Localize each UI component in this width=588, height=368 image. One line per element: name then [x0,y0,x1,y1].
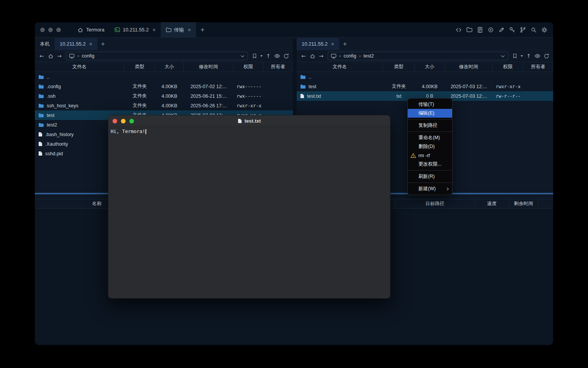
column-divider [475,199,475,208]
folder-icon [38,113,44,118]
menu-item-copy-path[interactable]: 复制路径 [408,121,452,130]
desktop: { "app": { "titlebar": { "tabs": [ {"lab… [0,0,588,368]
menu-item-rm-rf[interactable]: rm -rf [408,151,452,160]
column-header-permissions[interactable]: 权限 [493,62,523,72]
refresh-button[interactable] [542,52,550,60]
right-toolbar: ← → > config > test2 ↑ [297,50,553,62]
chevron-down-icon[interactable] [240,54,245,59]
menu-item-transfer[interactable]: 传输(T) [408,100,452,109]
refresh-button[interactable] [282,52,290,60]
path-bar[interactable]: > config > test2 [328,52,508,60]
close-icon[interactable]: × [188,27,191,33]
column-header-permissions[interactable]: 权限 [234,62,263,72]
column-divider [509,199,510,208]
menu-item-new[interactable]: 新建(W) [408,184,452,193]
column-header-owner[interactable]: 所有者 [523,62,553,72]
column-header-modified[interactable]: 修改时间 [184,62,234,72]
close-icon[interactable]: × [152,27,155,33]
editor-text: Hi, Termora! [111,128,145,134]
file-row[interactable]: test 文件夹 4.00KB 2025-07-03 12:... rwxr-x… [297,82,553,91]
tab-local[interactable]: 本机 [35,38,55,50]
back-button[interactable]: ← [299,52,308,60]
file-row[interactable]: .. [35,72,293,82]
pencil-button[interactable] [497,25,506,34]
forward-button[interactable]: → [55,52,64,60]
upload-button[interactable]: ↑ [524,52,533,60]
back-icon: ← [39,53,44,59]
show-hidden-button[interactable] [533,52,542,60]
window-zoom-button[interactable] [56,28,61,32]
minimize-button[interactable] [121,119,126,123]
refresh-icon [544,53,549,59]
key-button[interactable] [508,25,516,34]
right-new-tab-button[interactable]: + [339,38,351,50]
back-button[interactable]: ← [38,52,46,60]
record-button[interactable] [486,25,495,34]
editor-content[interactable]: Hi, Termora! [108,127,390,136]
column-header-type[interactable]: 类型 [124,62,155,72]
tab-remote-host[interactable]: 10.211.55.2 × [55,38,97,50]
column-header-owner[interactable]: 所有者 [263,62,293,72]
menu-item-edit[interactable]: 编辑(E) [408,109,452,118]
close-icon[interactable]: × [89,41,92,47]
chevron-down-icon[interactable] [500,54,505,59]
zoom-button[interactable] [129,119,134,123]
upload-button[interactable]: ↑ [264,52,273,60]
search-button[interactable] [529,25,538,34]
folder-button[interactable] [465,25,474,34]
editor-titlebar[interactable]: test.txt [108,115,390,127]
breadcrumb-segment[interactable]: test2 [363,53,374,59]
breadcrumb-segment[interactable]: config [343,53,356,59]
tab-transfer[interactable]: 传输 × [161,22,196,37]
home-button[interactable] [308,52,317,60]
file-name: test.txt [307,94,321,99]
bookmark-dropdown-button[interactable] [259,52,264,60]
new-tab-button[interactable]: + [196,22,209,37]
menu-item-label: 新建(W) [418,186,436,192]
file-row[interactable]: .config 文件夹 4.00KB 2025-07-02 12:... rwx… [35,82,293,91]
code-button[interactable] [454,25,463,34]
column-header-name[interactable]: 文件名 [297,62,383,72]
branch-icon [520,27,526,33]
menu-item-change-permissions[interactable]: 更改权限... [408,160,452,169]
file-row[interactable]: .ssh 文件夹 4.00KB 2025-06-21 15:... rwx---… [35,91,293,101]
file-name: sshd.pid [45,151,63,156]
breadcrumb-separator: > [77,54,79,58]
computer-icon [331,53,336,59]
column-header-modified[interactable]: 修改时间 [445,62,493,72]
left-new-tab-button[interactable]: + [97,38,109,50]
window-minimize-button[interactable] [48,28,53,32]
home-button[interactable] [46,52,55,60]
menu-item-rename[interactable]: 重命名(M) [408,133,452,142]
transfer-column-speed: 速度 [475,199,509,208]
tab-host-session[interactable]: 10.211.55.2 × [109,22,161,37]
bookmark-dropdown-button[interactable] [519,52,524,60]
file-name: ssh_host_keys [47,103,78,108]
column-header-name[interactable]: 文件名 [35,62,124,72]
report-button[interactable] [475,25,484,34]
file-row[interactable]: .. [297,72,553,82]
report-icon [477,27,483,33]
file-icon [38,141,42,146]
menu-item-delete[interactable]: 删除(D) [408,142,452,151]
close-icon[interactable]: × [331,41,334,47]
tab-remote-host[interactable]: 10.211.55.2 × [297,38,339,50]
file-row[interactable]: ssh_host_keys 文件夹 4.00KB 2025-06-26 17:.… [35,101,293,110]
window-close-button[interactable] [40,28,45,32]
show-hidden-button[interactable] [273,52,281,60]
breadcrumb-segment[interactable]: config [82,53,94,59]
column-header-type[interactable]: 类型 [383,62,415,72]
file-name: test [47,113,54,118]
column-header-size[interactable]: 大小 [415,62,445,72]
close-button[interactable] [113,119,117,123]
menu-item-refresh[interactable]: 刷新(R) [408,172,452,181]
forward-button[interactable]: → [317,52,325,60]
settings-button[interactable] [540,25,549,34]
bookmark-button[interactable] [250,52,259,60]
bookmark-button[interactable] [511,52,519,60]
column-header-size[interactable]: 大小 [155,62,184,72]
tab-termora[interactable]: Termora [72,22,109,37]
folder-icon [300,84,306,89]
branch-button[interactable] [518,25,527,34]
path-bar[interactable]: > config [66,52,248,60]
